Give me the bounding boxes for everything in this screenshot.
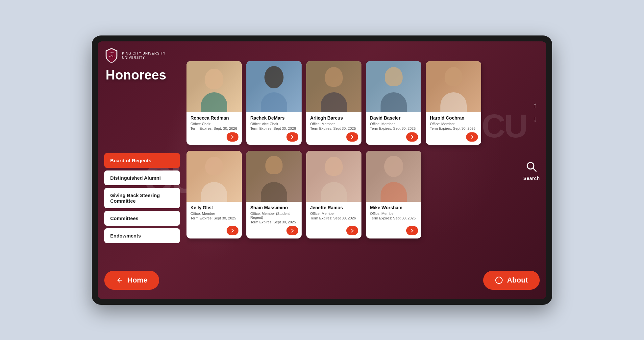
- card-name-rebecca: Rebecca Redman: [190, 115, 238, 121]
- about-button[interactable]: i About: [483, 271, 540, 290]
- card-arrow-arliegh[interactable]: [346, 132, 358, 142]
- person-silhouette-jenette: [306, 151, 361, 202]
- sidebar-item-endowments[interactable]: Endowments: [104, 228, 180, 243]
- university-name-line1: King City University: [122, 51, 166, 56]
- university-name-line2: UNIVERSITY: [122, 56, 166, 60]
- card-office-mike: Office: Member: [370, 212, 417, 215]
- sidebar-item-committees[interactable]: Committees: [104, 211, 180, 226]
- sidebar-item-distinguished-alumni[interactable]: Distinguished Alumni: [104, 170, 180, 185]
- card-office-david: Office: Member: [370, 122, 417, 126]
- person-silhouette-rebecca: [186, 61, 242, 112]
- header: KCU 1948 King City University UNIVERSITY: [104, 47, 166, 64]
- search-button[interactable]: Search: [523, 159, 540, 181]
- card-photo-mike: [366, 151, 421, 202]
- person-silhouette-mike: [366, 151, 421, 202]
- person-silhouette-david: [366, 61, 421, 112]
- card-photo-rebecca: [186, 61, 242, 112]
- sidebar: Board of Regents Distinguished Alumni Gi…: [104, 153, 180, 243]
- card-name-harold: Harold Cochran: [430, 115, 477, 121]
- sidebar-item-giving-back[interactable]: Giving Back Steering Committee: [104, 188, 180, 208]
- card-name-david: David Baseler: [370, 115, 417, 121]
- svg-text:KCU: KCU: [109, 55, 114, 58]
- card-name-rachek: Rachek DeMars: [250, 115, 298, 121]
- card-office-shain: Office: Member (Student Regent): [250, 212, 298, 219]
- card-david-baseler: David Baseler Office: Member Term Expire…: [366, 61, 421, 145]
- sidebar-item-board-of-regents[interactable]: Board of Regents: [104, 153, 180, 168]
- university-name: King City University UNIVERSITY: [122, 51, 166, 60]
- card-harold-cochran: Harold Cochran Office: Member Term Expir…: [426, 61, 481, 145]
- card-term-jenette: Term Expires: Sept 30, 2026: [310, 216, 358, 220]
- card-photo-kelly: [186, 151, 242, 202]
- card-arliegh-barcus: Arliegh Barcus Office: Member Term Expir…: [306, 61, 361, 145]
- card-office-kelly: Office: Member: [190, 212, 238, 215]
- person-silhouette-arliegh: [306, 61, 361, 112]
- home-button-label: Home: [127, 276, 147, 284]
- university-shield-icon: KCU 1948: [104, 47, 119, 64]
- card-term-david: Term Expires: Sept 30, 2025: [370, 126, 417, 130]
- card-arrow-harold[interactable]: [466, 132, 478, 142]
- card-photo-david: [366, 61, 421, 112]
- card-term-rebecca: Term Expires: Sept. 30, 2026: [190, 126, 238, 130]
- card-photo-shain: [246, 151, 302, 202]
- card-name-shain: Shain Massimino: [250, 205, 298, 210]
- card-rebecca-redman: Rebecca Redman Office: Chair Term Expire…: [186, 61, 242, 145]
- search-icon: [524, 159, 539, 174]
- card-photo-arliegh: [306, 61, 361, 112]
- card-photo-harold: [426, 61, 481, 112]
- page-title: Honorees: [106, 68, 166, 82]
- card-arrow-david[interactable]: [406, 132, 418, 142]
- card-mike-worsham: Mike Worsham Office: Member Term Expires…: [366, 151, 421, 238]
- search-label: Search: [523, 175, 540, 181]
- card-arrow-kelly[interactable]: [227, 226, 238, 235]
- card-name-mike: Mike Worsham: [370, 205, 417, 210]
- about-button-label: About: [507, 276, 528, 284]
- card-arrow-shain[interactable]: [286, 226, 298, 235]
- person-silhouette-harold: [426, 61, 481, 112]
- about-icon: i: [495, 276, 503, 284]
- person-silhouette-rachek: [246, 61, 302, 112]
- scroll-arrows: ↑ ↓: [533, 101, 537, 124]
- scroll-down-arrow[interactable]: ↓: [533, 114, 537, 124]
- screen: CU CU KCU 1948 King City University UNIV…: [98, 41, 546, 299]
- svg-text:i: i: [499, 278, 500, 283]
- card-term-rachek: Term Expires: Sept 30, 2026: [250, 126, 298, 130]
- card-photo-rachek: [246, 61, 302, 112]
- card-term-harold: Term Expires: Sept 30, 2026: [430, 126, 477, 130]
- card-office-harold: Office: Member: [430, 122, 477, 126]
- svg-text:1948: 1948: [109, 52, 114, 54]
- home-button[interactable]: Home: [104, 271, 159, 290]
- card-term-shain: Term Expires: Sept 30, 2025: [250, 220, 298, 224]
- card-shain-massimino: Shain Massimino Office: Member (Student …: [246, 151, 302, 238]
- card-office-arliegh: Office: Member: [310, 122, 358, 126]
- card-arrow-jenette[interactable]: [346, 226, 358, 235]
- card-arrow-rachek[interactable]: [286, 132, 298, 142]
- card-office-jenette: Office: Member: [310, 212, 358, 215]
- card-name-jenette: Jenette Ramos: [310, 205, 358, 210]
- card-term-mike: Term Expires: Sept 30, 2025: [370, 216, 417, 220]
- card-office-rebecca: Office: Chair: [190, 122, 238, 126]
- card-photo-jenette: [306, 151, 361, 202]
- home-arrow-icon: [116, 277, 123, 284]
- cards-row-2: Kelly Glist Office: Member Term Expires:…: [186, 151, 523, 238]
- card-jenette-ramos: Jenette Ramos Office: Member Term Expire…: [306, 151, 361, 238]
- cards-area: Rebecca Redman Office: Chair Term Expire…: [186, 61, 523, 292]
- card-term-kelly: Term Expires: Sept 30, 2025: [190, 216, 238, 220]
- card-name-kelly: Kelly Glist: [190, 205, 238, 210]
- svg-line-5: [533, 168, 536, 171]
- card-kelly-glist: Kelly Glist Office: Member Term Expires:…: [186, 151, 242, 238]
- card-arrow-mike[interactable]: [406, 226, 418, 235]
- person-silhouette-shain: [246, 151, 302, 202]
- card-arrow-rebecca[interactable]: [227, 132, 238, 142]
- card-rachek-demars: Rachek DeMars Office: Vice Chair Term Ex…: [246, 61, 302, 145]
- device-frame: CU CU KCU 1948 King City University UNIV…: [92, 35, 552, 305]
- card-name-arliegh: Arliegh Barcus: [310, 115, 358, 121]
- cards-row-1: Rebecca Redman Office: Chair Term Expire…: [186, 61, 523, 145]
- scroll-up-arrow[interactable]: ↑: [533, 101, 537, 110]
- card-office-rachek: Office: Vice Chair: [250, 122, 298, 126]
- card-term-arliegh: Term Expires: Sept 30, 2025: [310, 126, 358, 130]
- person-silhouette-kelly: [186, 151, 242, 202]
